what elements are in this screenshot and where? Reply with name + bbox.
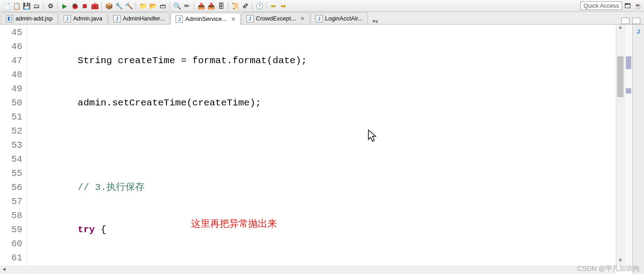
editor-tabs: ◧ admin-add.jsp J Admin.java J AdminHand… xyxy=(0,12,644,25)
line-number: 50 xyxy=(0,96,22,110)
toolbar-icon[interactable]: 💾 xyxy=(22,1,31,10)
tab-crowd-except[interactable]: J CrowdExcept... ✕ xyxy=(241,12,310,24)
toolbar-icon[interactable]: 🔍 xyxy=(172,1,181,10)
minimize-button[interactable] xyxy=(621,18,629,24)
toolbar-icon[interactable]: ⚙ xyxy=(46,1,55,10)
tab-label: admin-add.jsp xyxy=(15,15,53,22)
stop-icon[interactable]: ⏹ xyxy=(80,1,89,10)
tab-label: AdminHandler... xyxy=(123,15,165,22)
line-number-gutter: 4546474849505152535455565758596061 xyxy=(0,25,27,274)
toolbar-icon[interactable]: 🗞 xyxy=(241,1,250,10)
line-number: 61 xyxy=(0,251,22,265)
toolbar-icon[interactable]: 🗃 xyxy=(158,1,167,10)
main-toolbar: 📄 📋 💾 🗂 ⚙ ▶ 🐞 ⏹ 🧰 📦 🔧 🔨 📁 📂 🗃 🔍 ✏ 📤 📥 🗄 … xyxy=(0,0,644,12)
tab-label: LoginAcctAlr... xyxy=(325,15,363,22)
maximize-button[interactable] xyxy=(632,18,640,24)
tab-admin-java[interactable]: J Admin.java xyxy=(59,12,107,24)
run-icon[interactable]: ▶ xyxy=(60,1,69,10)
toolbar-icon[interactable]: ✏ xyxy=(182,1,191,10)
toolbar-icon[interactable]: 🧰 xyxy=(90,1,99,10)
right-dock: J xyxy=(632,25,644,274)
line-number: 48 xyxy=(0,68,22,82)
line-number: 59 xyxy=(0,223,22,237)
annotation-text: 这里再把异常抛出来 xyxy=(191,216,277,230)
code-editor[interactable]: String createTime = format.format(date);… xyxy=(27,25,644,274)
toolbar-icon[interactable]: 📥 xyxy=(206,1,216,10)
horizontal-scrollbar[interactable]: ◄ xyxy=(0,266,616,274)
line-number: 46 xyxy=(0,40,22,54)
toolbar-icon[interactable]: 🗂 xyxy=(32,1,41,10)
java-file-icon: J xyxy=(64,15,71,22)
line-number: 51 xyxy=(0,110,22,124)
line-number: 55 xyxy=(0,166,22,180)
tab-overflow[interactable]: »₂ xyxy=(369,17,382,24)
line-number: 53 xyxy=(0,138,22,152)
toolbar-icon[interactable]: 📋 xyxy=(12,1,21,10)
line-number: 54 xyxy=(0,152,22,166)
toolbar-icon[interactable]: 📄 xyxy=(2,1,11,10)
tab-login-acct[interactable]: J LoginAcctAlr... xyxy=(311,12,368,24)
tab-admin-handler[interactable]: J AdminHandler... xyxy=(108,12,170,24)
tab-label: AdminService... xyxy=(185,15,226,22)
java-file-icon: J xyxy=(176,15,183,23)
nav-back-icon[interactable]: ⬅ xyxy=(269,1,278,10)
scroll-up-icon[interactable]: ▲ xyxy=(616,25,624,33)
nav-fwd-icon[interactable]: ➡ xyxy=(279,1,288,10)
java-file-icon: J xyxy=(247,15,254,22)
vertical-scrollbar[interactable]: ▲ ▼ xyxy=(616,25,624,266)
toolbar-icon[interactable]: 🕐 xyxy=(255,1,264,10)
editor-area: 4546474849505152535455565758596061 Strin… xyxy=(0,25,644,274)
line-number: 58 xyxy=(0,209,22,223)
perspective-icon[interactable]: 🗔 xyxy=(623,1,632,10)
toolbar-icon[interactable]: 🔨 xyxy=(124,1,133,10)
line-number: 56 xyxy=(0,180,22,194)
jsp-file-icon: ◧ xyxy=(6,15,13,22)
quick-access[interactable]: Quick Access xyxy=(580,1,622,10)
java-file-icon: J xyxy=(113,15,121,22)
toolbar-icon[interactable]: 📜 xyxy=(231,1,240,10)
toolbar-icon[interactable]: 🔧 xyxy=(114,1,123,10)
debug-icon[interactable]: 🐞 xyxy=(70,1,79,10)
java-file-icon: J xyxy=(316,15,323,22)
tab-label: Admin.java xyxy=(73,15,102,22)
tab-admin-service[interactable]: J AdminService... ✕ xyxy=(171,13,240,25)
toolbar-icon[interactable]: 📤 xyxy=(196,1,206,10)
java-view-icon[interactable]: J xyxy=(633,28,644,35)
scroll-left-icon[interactable]: ◄ xyxy=(0,266,8,274)
tab-label: CrowdExcept... xyxy=(256,15,296,22)
line-number: 47 xyxy=(0,54,22,68)
toolbar-icon[interactable]: 🗄 xyxy=(216,1,226,10)
toolbar-icon[interactable]: 📂 xyxy=(148,1,157,10)
scrollbar-thumb[interactable] xyxy=(617,56,624,97)
close-icon[interactable]: ✕ xyxy=(300,15,305,22)
close-icon[interactable]: ✕ xyxy=(231,16,236,22)
tab-admin-add-jsp[interactable]: ◧ admin-add.jsp xyxy=(1,12,58,24)
line-number: 45 xyxy=(0,25,22,40)
line-number: 49 xyxy=(0,82,22,96)
watermark: CSDN @平凡加班狗 xyxy=(577,264,639,273)
line-number: 60 xyxy=(0,237,22,251)
toolbar-icon[interactable]: 📦 xyxy=(104,1,113,10)
java-perspective-icon[interactable]: ☕ xyxy=(633,1,642,10)
toolbar-icon[interactable]: 📁 xyxy=(138,1,147,10)
line-number: 52 xyxy=(0,124,22,138)
line-number: 57 xyxy=(0,194,22,209)
overview-ruler[interactable] xyxy=(624,25,632,266)
